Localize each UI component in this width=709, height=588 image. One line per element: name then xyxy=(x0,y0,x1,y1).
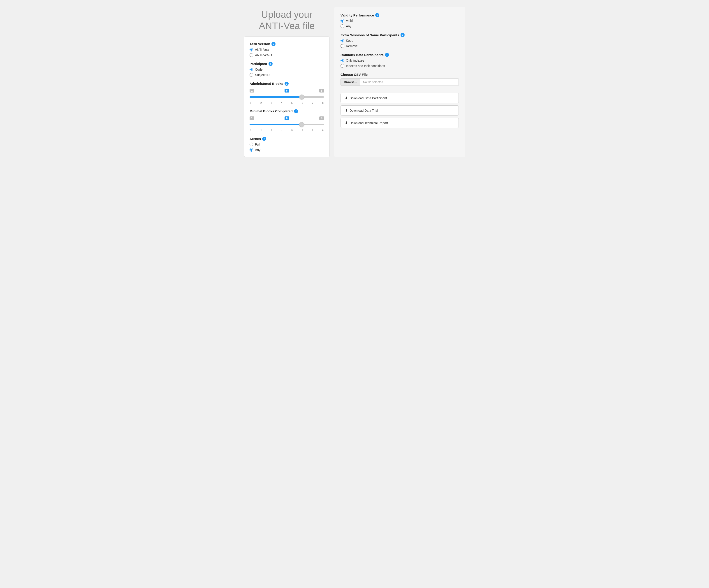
columns-option-indexes-conditions[interactable]: Indexes and task conditions xyxy=(341,64,459,68)
minimal-blocks-min-badge: 1 xyxy=(250,116,254,120)
validity-option-valid[interactable]: Valid xyxy=(341,19,459,23)
validity-performance-radio-group: Valid Any xyxy=(341,19,459,28)
administered-blocks-range-labels: 1 6 8 xyxy=(250,89,324,92)
administered-blocks-label: Administered Blocks i xyxy=(250,82,324,86)
download-report-icon: ⬇ xyxy=(345,121,348,125)
download-buttons-group: ⬇ Download Data Participant ⬇ Download D… xyxy=(341,93,459,128)
administered-blocks-tick-labels: 1 2 3 4 5 6 7 8 xyxy=(250,102,324,104)
minimal-blocks-slider-wrapper xyxy=(250,122,324,128)
minimal-blocks-slider[interactable] xyxy=(250,124,324,125)
screen-radio-group: Full Any xyxy=(250,142,324,152)
columns-radio-only-indexes[interactable] xyxy=(341,59,344,62)
participant-radio-code[interactable] xyxy=(250,68,253,71)
extra-sessions-radio-keep[interactable] xyxy=(341,39,344,43)
extra-sessions-section: Extra Sessions of Same Participants i Ke… xyxy=(341,33,459,48)
columns-radio-indexes-conditions[interactable] xyxy=(341,64,344,68)
minimal-blocks-max-badge: 8 xyxy=(319,116,324,120)
download-participant-button[interactable]: ⬇ Download Data Participant xyxy=(341,93,459,103)
columns-data-section: Columns Data Participants i Only indexes… xyxy=(341,53,459,68)
left-card: Task Version i ANTI-Vea ANTI-Vea-D xyxy=(244,36,330,157)
participant-radio-subject-id[interactable] xyxy=(250,73,253,77)
participant-option-subject-id[interactable]: Subject ID xyxy=(250,73,324,77)
download-participant-icon: ⬇ xyxy=(345,96,348,100)
task-version-radio-anti-vea[interactable] xyxy=(250,48,253,51)
screen-option-full[interactable]: Full xyxy=(250,142,324,146)
file-chooser: Browse... No file selected xyxy=(341,78,459,86)
download-trial-button[interactable]: ⬇ Download Data Trial xyxy=(341,105,459,115)
download-participant-label: Download Data Participant xyxy=(349,96,387,100)
administered-blocks-max-badge: 8 xyxy=(319,89,324,92)
screen-info-icon[interactable]: i xyxy=(262,137,266,141)
task-version-radio-group: ANTI-Vea ANTI-Vea-D xyxy=(250,48,324,57)
validity-radio-any[interactable] xyxy=(341,24,344,28)
administered-blocks-slider[interactable] xyxy=(250,96,324,98)
download-trial-icon: ⬇ xyxy=(345,108,348,113)
minimal-blocks-label: Minimal Blocks Completed i xyxy=(250,109,324,113)
minimal-blocks-value-badge: 6 xyxy=(285,116,289,120)
extra-sessions-label: Extra Sessions of Same Participants i xyxy=(341,33,459,37)
task-version-radio-anti-vea-d[interactable] xyxy=(250,53,253,57)
extra-sessions-option-remove[interactable]: Remove xyxy=(341,44,459,48)
columns-data-label: Columns Data Participants i xyxy=(341,53,459,57)
right-panel: Validity Performance i Valid Any Extra S… xyxy=(334,7,465,157)
validity-option-any[interactable]: Any xyxy=(341,24,459,28)
administered-blocks-info-icon[interactable]: i xyxy=(285,82,289,86)
administered-blocks-value-badge: 6 xyxy=(285,89,289,92)
administered-blocks-min-badge: 1 xyxy=(250,89,254,92)
validity-radio-valid[interactable] xyxy=(341,19,344,23)
csv-file-section: Choose CSV File Browse... No file select… xyxy=(341,73,459,86)
task-version-section: Task Version i ANTI-Vea ANTI-Vea-D xyxy=(250,42,324,57)
task-version-option-anti-vea-d[interactable]: ANTI-Vea-D xyxy=(250,53,324,57)
task-version-option-anti-vea[interactable]: ANTI-Vea xyxy=(250,48,324,51)
extra-sessions-option-keep[interactable]: Keep xyxy=(341,39,459,43)
left-panel: Upload your ANTI-Vea file Task Version i… xyxy=(244,7,330,157)
page-title: Upload your ANTI-Vea file xyxy=(248,9,325,32)
validity-performance-info-icon[interactable]: i xyxy=(375,13,379,17)
screen-label: Screen i xyxy=(250,137,324,141)
browse-button[interactable]: Browse... xyxy=(341,79,360,85)
download-report-label: Download Technical Report xyxy=(349,121,388,125)
minimal-blocks-range-labels: 1 6 8 xyxy=(250,116,324,120)
extra-sessions-radio-remove[interactable] xyxy=(341,44,344,48)
screen-section: Screen i Full Any xyxy=(250,137,324,152)
participant-info-icon[interactable]: i xyxy=(268,62,272,66)
download-report-button[interactable]: ⬇ Download Technical Report xyxy=(341,118,459,128)
task-version-label: Task Version i xyxy=(250,42,324,46)
minimal-blocks-info-icon[interactable]: i xyxy=(294,109,298,113)
screen-radio-full[interactable] xyxy=(250,142,253,146)
download-trial-label: Download Data Trial xyxy=(349,109,378,112)
task-version-info-icon[interactable]: i xyxy=(271,42,275,46)
participant-section: Participant i Code Subject ID xyxy=(250,62,324,77)
screen-radio-any[interactable] xyxy=(250,148,253,152)
extra-sessions-radio-group: Keep Remove xyxy=(341,39,459,48)
administered-blocks-slider-wrapper xyxy=(250,94,324,100)
file-name-display: No file selected xyxy=(360,79,458,85)
validity-performance-label: Validity Performance i xyxy=(341,13,459,17)
administered-blocks-section: Administered Blocks i 1 6 8 1 2 3 4 5 xyxy=(250,82,324,104)
participant-radio-group: Code Subject ID xyxy=(250,68,324,77)
validity-performance-section: Validity Performance i Valid Any xyxy=(341,13,459,28)
participant-label: Participant i xyxy=(250,62,324,66)
columns-data-info-icon[interactable]: i xyxy=(385,53,389,57)
columns-data-radio-group: Only indexes Indexes and task conditions xyxy=(341,59,459,68)
extra-sessions-info-icon[interactable]: i xyxy=(400,33,404,37)
minimal-blocks-tick-labels: 1 2 3 4 5 6 7 8 xyxy=(250,129,324,132)
minimal-blocks-section: Minimal Blocks Completed i 1 6 8 1 2 3 4… xyxy=(250,109,324,132)
title-area: Upload your ANTI-Vea file xyxy=(244,7,330,36)
page-container: Upload your ANTI-Vea file Task Version i… xyxy=(244,7,465,157)
csv-file-label: Choose CSV File xyxy=(341,73,459,77)
participant-option-code[interactable]: Code xyxy=(250,68,324,71)
screen-option-any[interactable]: Any xyxy=(250,148,324,152)
columns-option-only-indexes[interactable]: Only indexes xyxy=(341,59,459,62)
